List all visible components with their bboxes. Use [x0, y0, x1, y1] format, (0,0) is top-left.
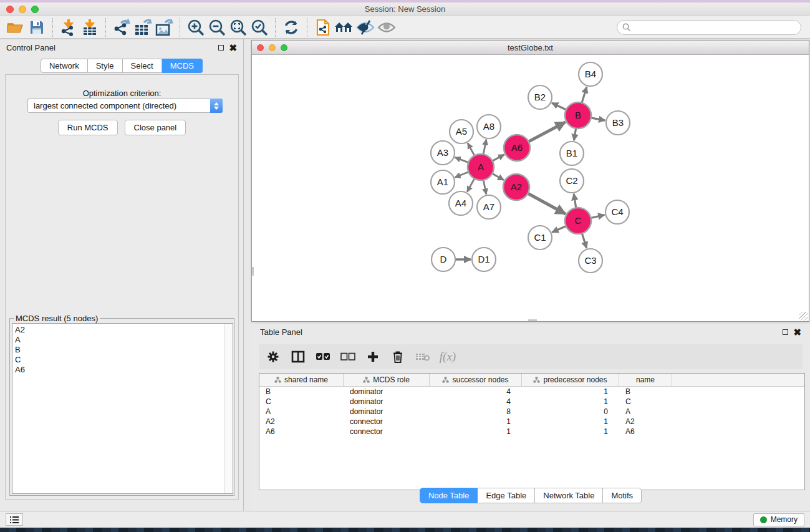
- mcds-result-list[interactable]: A2ABCA6: [12, 323, 233, 494]
- cell-mcds_role[interactable]: dominator: [344, 387, 430, 396]
- table-options-button[interactable]: [265, 349, 281, 365]
- show-graphics-button[interactable]: [376, 17, 397, 37]
- node-C3[interactable]: C3: [579, 249, 602, 273]
- export-image-button[interactable]: [153, 17, 175, 37]
- result-list-scrollbar[interactable]: [224, 324, 233, 493]
- tab-network[interactable]: Network: [41, 59, 88, 73]
- criterion-select[interactable]: largest connected component (directed): [27, 99, 223, 113]
- export-table-button[interactable]: [132, 17, 153, 37]
- cell-shared_name[interactable]: A2: [259, 417, 344, 426]
- refresh-button[interactable]: [281, 17, 302, 37]
- node-A8[interactable]: A8: [477, 115, 501, 138]
- memory-button[interactable]: Memory: [753, 513, 804, 526]
- clone-network-button[interactable]: [312, 17, 334, 37]
- cell-predecessor_nodes[interactable]: 1: [522, 417, 619, 426]
- node-C1[interactable]: C1: [528, 226, 552, 249]
- cell-name[interactable]: B: [619, 387, 672, 396]
- node-table[interactable]: shared nameMCDS rolesuccessor nodesprede…: [259, 373, 805, 490]
- table-row[interactable]: Cdominator41C: [259, 397, 804, 407]
- network-graph[interactable]: B4B2BB3A5A8A6A3B1AC2A1A2A4A7C4CC1DD1C3: [252, 55, 809, 321]
- search-input[interactable]: [634, 23, 796, 32]
- cell-shared_name[interactable]: A: [259, 407, 344, 416]
- node-B[interactable]: B: [565, 102, 591, 128]
- column-header-predecessor-nodes[interactable]: predecessor nodes: [522, 374, 619, 386]
- cell-successor_nodes[interactable]: 1: [430, 427, 522, 436]
- column-header-shared-name[interactable]: shared name: [259, 374, 344, 386]
- node-D[interactable]: D: [432, 248, 455, 271]
- cell-successor_nodes[interactable]: 8: [430, 407, 522, 416]
- zoom-fit-button[interactable]: [228, 17, 249, 37]
- show-columns-button[interactable]: [290, 349, 306, 365]
- home-button[interactable]: [334, 17, 355, 37]
- node-C4[interactable]: C4: [605, 200, 629, 224]
- list-item[interactable]: A6: [12, 365, 223, 375]
- cell-predecessor_nodes[interactable]: 0: [522, 407, 619, 416]
- node-A[interactable]: A: [468, 154, 494, 180]
- tab-node-table[interactable]: Node Table: [420, 488, 478, 503]
- close-panel-button[interactable]: Close panel: [125, 120, 186, 135]
- column-header-MCDS-role[interactable]: MCDS role: [344, 374, 430, 386]
- node-A7[interactable]: A7: [477, 195, 501, 219]
- node-A2[interactable]: A2: [503, 174, 529, 200]
- run-mcds-button[interactable]: Run MCDS: [58, 120, 118, 135]
- window-resize-grip[interactable]: [799, 312, 808, 321]
- node-B4[interactable]: B4: [579, 62, 602, 86]
- tab-network-table[interactable]: Network Table: [535, 488, 603, 503]
- column-header-name[interactable]: name: [619, 374, 672, 386]
- cell-shared_name[interactable]: B: [259, 387, 344, 396]
- float-panel-icon[interactable]: [218, 45, 224, 51]
- node-C2[interactable]: C2: [560, 169, 584, 193]
- save-session-button[interactable]: [26, 17, 47, 37]
- apply-function-button[interactable]: f(x): [440, 349, 456, 365]
- select-all-button[interactable]: [315, 349, 331, 365]
- table-row[interactable]: A6connector11A6: [259, 427, 804, 437]
- float-panel-icon[interactable]: [783, 329, 788, 335]
- close-panel-icon[interactable]: ✖: [229, 45, 237, 51]
- tab-motifs[interactable]: Motifs: [603, 488, 642, 503]
- list-item[interactable]: A: [12, 335, 223, 345]
- tab-style[interactable]: Style: [88, 59, 123, 73]
- column-header-successor-nodes[interactable]: successor nodes: [430, 374, 522, 386]
- hide-graphics-button[interactable]: [355, 17, 376, 37]
- tab-mcds[interactable]: MCDS: [162, 59, 203, 73]
- node-A4[interactable]: A4: [449, 191, 473, 215]
- cell-mcds_role[interactable]: connector: [344, 417, 430, 426]
- search-field[interactable]: [617, 20, 801, 35]
- list-item[interactable]: B: [12, 345, 223, 355]
- cell-name[interactable]: A2: [619, 417, 672, 426]
- node-C[interactable]: C: [565, 208, 591, 234]
- node-A1[interactable]: A1: [431, 170, 455, 194]
- node-A6[interactable]: A6: [504, 135, 530, 161]
- cell-name[interactable]: A: [619, 407, 672, 416]
- import-table-button[interactable]: [79, 17, 100, 37]
- add-column-button[interactable]: [365, 349, 381, 365]
- cell-name[interactable]: A6: [619, 427, 672, 436]
- list-item[interactable]: C: [12, 355, 223, 365]
- tab-select[interactable]: Select: [123, 59, 162, 73]
- delete-table-button[interactable]: [415, 349, 431, 365]
- cell-predecessor_nodes[interactable]: 1: [522, 387, 619, 396]
- deselect-all-button[interactable]: [340, 349, 356, 365]
- cell-successor_nodes[interactable]: 4: [430, 387, 522, 396]
- cell-name[interactable]: C: [619, 397, 672, 406]
- cell-predecessor_nodes[interactable]: 1: [522, 397, 619, 406]
- close-panel-icon[interactable]: ✖: [793, 329, 801, 335]
- cell-mcds_role[interactable]: dominator: [344, 397, 430, 406]
- cell-mcds_role[interactable]: connector: [344, 427, 430, 436]
- zoom-out-button[interactable]: [206, 17, 228, 37]
- node-A5[interactable]: A5: [450, 120, 473, 143]
- open-session-button[interactable]: [5, 17, 26, 37]
- table-row[interactable]: A2connector11A2: [259, 417, 804, 427]
- node-B3[interactable]: B3: [606, 111, 630, 135]
- cell-successor_nodes[interactable]: 1: [430, 417, 522, 426]
- list-item[interactable]: A2: [12, 325, 223, 335]
- table-row[interactable]: Adominator80A: [259, 407, 804, 417]
- table-row[interactable]: Bdominator41B: [259, 387, 804, 397]
- network-canvas[interactable]: B4B2BB3A5A8A6A3B1AC2A1A2A4A7C4CC1DD1C3: [252, 55, 809, 321]
- node-B2[interactable]: B2: [528, 85, 552, 109]
- cell-mcds_role[interactable]: dominator: [344, 407, 430, 416]
- node-B1[interactable]: B1: [560, 142, 584, 165]
- task-history-button[interactable]: [6, 513, 23, 526]
- cell-shared_name[interactable]: A6: [259, 427, 344, 436]
- cell-shared_name[interactable]: C: [259, 397, 344, 406]
